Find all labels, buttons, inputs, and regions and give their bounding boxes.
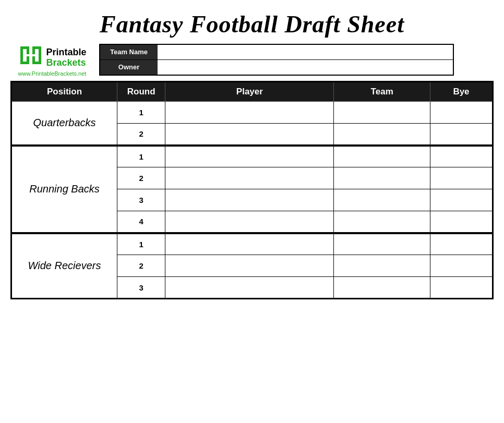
round-cell: 1 [117, 233, 165, 255]
player-cell[interactable] [165, 124, 334, 146]
table-row: Running Backs1 [11, 146, 493, 167]
header-round: Round [117, 82, 165, 102]
owner-label: Owner [100, 60, 158, 75]
svg-rect-8 [32, 46, 35, 54]
team-cell[interactable] [334, 102, 430, 124]
player-cell[interactable] [165, 211, 334, 233]
round-cell: 3 [117, 277, 165, 299]
table-header-row: Position Round Player Team Bye [11, 82, 493, 102]
team-cell[interactable] [334, 255, 430, 277]
logo-printable-text: Printable [46, 47, 86, 58]
team-cell[interactable] [334, 146, 430, 167]
round-cell: 1 [117, 146, 165, 167]
round-cell: 1 [117, 102, 165, 124]
svg-rect-9 [32, 56, 35, 64]
bye-cell[interactable] [430, 211, 493, 233]
logo-area: Printable Brackets www.PrintableBrackets… [10, 42, 94, 77]
player-cell[interactable] [165, 102, 334, 124]
player-cell[interactable] [165, 277, 334, 299]
logo-bracket-icon: Printable Brackets [18, 42, 86, 68]
table-row: Wide Recievers1 [11, 233, 493, 255]
svg-rect-5 [39, 46, 41, 64]
bye-cell[interactable] [430, 102, 493, 124]
logo-brackets-text: Brackets [46, 58, 86, 68]
team-name-label: Team Name [100, 45, 158, 59]
svg-rect-6 [35, 46, 41, 49]
page: Fantasy Football Draft Sheet [0, 0, 504, 423]
player-cell[interactable] [165, 189, 334, 211]
header-position: Position [11, 82, 117, 102]
bye-cell[interactable] [430, 124, 493, 146]
round-cell: 3 [117, 189, 165, 211]
round-cell: 2 [117, 167, 165, 189]
player-cell[interactable] [165, 167, 334, 189]
svg-rect-3 [27, 46, 29, 54]
team-cell[interactable] [334, 233, 430, 255]
draft-table: Position Round Player Team Bye Quarterba… [10, 81, 494, 299]
team-cell[interactable] [334, 189, 430, 211]
header-player: Player [165, 82, 334, 102]
team-cell[interactable] [334, 277, 430, 299]
position-cell: Running Backs [11, 146, 117, 233]
main-title: Fantasy Football Draft Sheet [10, 10, 494, 38]
bye-cell[interactable] [430, 189, 493, 211]
bracket-svg [18, 42, 44, 68]
player-cell[interactable] [165, 146, 334, 167]
table-row: Quarterbacks1 [11, 102, 493, 124]
title-area: Fantasy Football Draft Sheet [10, 5, 494, 42]
round-cell: 4 [117, 211, 165, 233]
header-team: Team [334, 82, 430, 102]
svg-rect-7 [35, 62, 41, 64]
logo-text-area: Printable Brackets [46, 47, 86, 68]
team-cell[interactable] [334, 167, 430, 189]
team-cell[interactable] [334, 211, 430, 233]
player-cell[interactable] [165, 255, 334, 277]
bye-cell[interactable] [430, 277, 493, 299]
player-cell[interactable] [165, 233, 334, 255]
bye-cell[interactable] [430, 233, 493, 255]
position-cell: Quarterbacks [11, 102, 117, 146]
position-cell: Wide Recievers [11, 233, 117, 299]
header-bye: Bye [430, 82, 493, 102]
team-name-value[interactable] [158, 45, 453, 59]
team-cell[interactable] [334, 124, 430, 146]
svg-rect-2 [20, 62, 27, 64]
svg-rect-1 [20, 46, 27, 49]
header-row: Printable Brackets www.PrintableBrackets… [10, 42, 494, 77]
round-cell: 2 [117, 255, 165, 277]
svg-rect-4 [27, 56, 29, 64]
bye-cell[interactable] [430, 167, 493, 189]
owner-row: Owner [100, 60, 453, 75]
svg-rect-0 [20, 46, 23, 64]
round-cell: 2 [117, 124, 165, 146]
bye-cell[interactable] [430, 255, 493, 277]
team-name-row: Team Name [100, 45, 453, 60]
owner-value[interactable] [158, 60, 453, 75]
logo-url: www.PrintableBrackets.net [18, 70, 87, 77]
team-info-box: Team Name Owner [99, 44, 454, 76]
bye-cell[interactable] [430, 146, 493, 167]
